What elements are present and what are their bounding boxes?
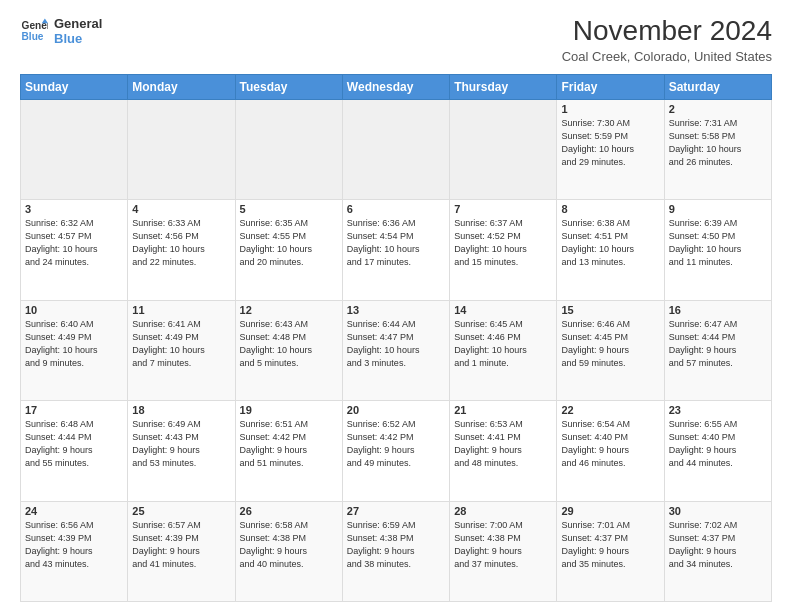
calendar-cell: 10Sunrise: 6:40 AM Sunset: 4:49 PM Dayli… (21, 300, 128, 400)
col-header-thursday: Thursday (450, 74, 557, 99)
day-number: 15 (561, 304, 659, 316)
day-info: Sunrise: 6:59 AM Sunset: 4:38 PM Dayligh… (347, 519, 445, 571)
day-number: 1 (561, 103, 659, 115)
day-number: 16 (669, 304, 767, 316)
col-header-monday: Monday (128, 74, 235, 99)
calendar-week-2: 3Sunrise: 6:32 AM Sunset: 4:57 PM Daylig… (21, 200, 772, 300)
day-info: Sunrise: 6:56 AM Sunset: 4:39 PM Dayligh… (25, 519, 123, 571)
day-info: Sunrise: 7:02 AM Sunset: 4:37 PM Dayligh… (669, 519, 767, 571)
day-number: 17 (25, 404, 123, 416)
day-number: 9 (669, 203, 767, 215)
col-header-sunday: Sunday (21, 74, 128, 99)
logo-line2: Blue (54, 31, 102, 46)
calendar-week-3: 10Sunrise: 6:40 AM Sunset: 4:49 PM Dayli… (21, 300, 772, 400)
day-info: Sunrise: 6:51 AM Sunset: 4:42 PM Dayligh… (240, 418, 338, 470)
day-info: Sunrise: 6:48 AM Sunset: 4:44 PM Dayligh… (25, 418, 123, 470)
svg-text:Blue: Blue (22, 31, 44, 42)
calendar-cell: 3Sunrise: 6:32 AM Sunset: 4:57 PM Daylig… (21, 200, 128, 300)
day-number: 2 (669, 103, 767, 115)
day-number: 22 (561, 404, 659, 416)
col-header-tuesday: Tuesday (235, 74, 342, 99)
calendar-cell: 12Sunrise: 6:43 AM Sunset: 4:48 PM Dayli… (235, 300, 342, 400)
day-number: 13 (347, 304, 445, 316)
calendar-cell: 29Sunrise: 7:01 AM Sunset: 4:37 PM Dayli… (557, 501, 664, 601)
calendar-week-4: 17Sunrise: 6:48 AM Sunset: 4:44 PM Dayli… (21, 401, 772, 501)
day-number: 12 (240, 304, 338, 316)
day-number: 28 (454, 505, 552, 517)
calendar-cell: 25Sunrise: 6:57 AM Sunset: 4:39 PM Dayli… (128, 501, 235, 601)
day-info: Sunrise: 6:33 AM Sunset: 4:56 PM Dayligh… (132, 217, 230, 269)
day-info: Sunrise: 6:54 AM Sunset: 4:40 PM Dayligh… (561, 418, 659, 470)
day-number: 29 (561, 505, 659, 517)
day-number: 4 (132, 203, 230, 215)
calendar-cell: 5Sunrise: 6:35 AM Sunset: 4:55 PM Daylig… (235, 200, 342, 300)
day-info: Sunrise: 6:32 AM Sunset: 4:57 PM Dayligh… (25, 217, 123, 269)
day-info: Sunrise: 7:30 AM Sunset: 5:59 PM Dayligh… (561, 117, 659, 169)
calendar-cell: 2Sunrise: 7:31 AM Sunset: 5:58 PM Daylig… (664, 99, 771, 199)
col-header-friday: Friday (557, 74, 664, 99)
calendar-cell: 7Sunrise: 6:37 AM Sunset: 4:52 PM Daylig… (450, 200, 557, 300)
logo-icon: General Blue (20, 17, 48, 45)
calendar-cell: 22Sunrise: 6:54 AM Sunset: 4:40 PM Dayli… (557, 401, 664, 501)
day-info: Sunrise: 6:46 AM Sunset: 4:45 PM Dayligh… (561, 318, 659, 370)
calendar-cell: 6Sunrise: 6:36 AM Sunset: 4:54 PM Daylig… (342, 200, 449, 300)
title-block: November 2024 Coal Creek, Colorado, Unit… (562, 16, 772, 64)
day-number: 18 (132, 404, 230, 416)
calendar-cell: 15Sunrise: 6:46 AM Sunset: 4:45 PM Dayli… (557, 300, 664, 400)
day-number: 21 (454, 404, 552, 416)
col-header-saturday: Saturday (664, 74, 771, 99)
calendar-cell (128, 99, 235, 199)
day-info: Sunrise: 6:57 AM Sunset: 4:39 PM Dayligh… (132, 519, 230, 571)
calendar-cell: 1Sunrise: 7:30 AM Sunset: 5:59 PM Daylig… (557, 99, 664, 199)
calendar-cell (342, 99, 449, 199)
calendar-cell: 19Sunrise: 6:51 AM Sunset: 4:42 PM Dayli… (235, 401, 342, 501)
day-info: Sunrise: 7:31 AM Sunset: 5:58 PM Dayligh… (669, 117, 767, 169)
day-number: 8 (561, 203, 659, 215)
day-number: 25 (132, 505, 230, 517)
main-title: November 2024 (562, 16, 772, 47)
day-info: Sunrise: 6:39 AM Sunset: 4:50 PM Dayligh… (669, 217, 767, 269)
day-info: Sunrise: 6:45 AM Sunset: 4:46 PM Dayligh… (454, 318, 552, 370)
calendar-cell: 23Sunrise: 6:55 AM Sunset: 4:40 PM Dayli… (664, 401, 771, 501)
calendar-cell: 17Sunrise: 6:48 AM Sunset: 4:44 PM Dayli… (21, 401, 128, 501)
header: General Blue General Blue November 2024 … (20, 16, 772, 64)
day-info: Sunrise: 6:47 AM Sunset: 4:44 PM Dayligh… (669, 318, 767, 370)
calendar-cell: 27Sunrise: 6:59 AM Sunset: 4:38 PM Dayli… (342, 501, 449, 601)
day-info: Sunrise: 6:58 AM Sunset: 4:38 PM Dayligh… (240, 519, 338, 571)
day-number: 5 (240, 203, 338, 215)
day-info: Sunrise: 6:44 AM Sunset: 4:47 PM Dayligh… (347, 318, 445, 370)
day-number: 24 (25, 505, 123, 517)
calendar-table: SundayMondayTuesdayWednesdayThursdayFrid… (20, 74, 772, 602)
day-info: Sunrise: 6:49 AM Sunset: 4:43 PM Dayligh… (132, 418, 230, 470)
calendar-cell (450, 99, 557, 199)
calendar-cell: 21Sunrise: 6:53 AM Sunset: 4:41 PM Dayli… (450, 401, 557, 501)
calendar-cell: 26Sunrise: 6:58 AM Sunset: 4:38 PM Dayli… (235, 501, 342, 601)
calendar-header-row: SundayMondayTuesdayWednesdayThursdayFrid… (21, 74, 772, 99)
calendar-cell: 8Sunrise: 6:38 AM Sunset: 4:51 PM Daylig… (557, 200, 664, 300)
day-number: 26 (240, 505, 338, 517)
calendar-cell: 28Sunrise: 7:00 AM Sunset: 4:38 PM Dayli… (450, 501, 557, 601)
calendar-week-5: 24Sunrise: 6:56 AM Sunset: 4:39 PM Dayli… (21, 501, 772, 601)
calendar-cell: 9Sunrise: 6:39 AM Sunset: 4:50 PM Daylig… (664, 200, 771, 300)
day-info: Sunrise: 7:01 AM Sunset: 4:37 PM Dayligh… (561, 519, 659, 571)
day-info: Sunrise: 6:38 AM Sunset: 4:51 PM Dayligh… (561, 217, 659, 269)
day-info: Sunrise: 6:40 AM Sunset: 4:49 PM Dayligh… (25, 318, 123, 370)
day-number: 23 (669, 404, 767, 416)
day-info: Sunrise: 7:00 AM Sunset: 4:38 PM Dayligh… (454, 519, 552, 571)
day-number: 27 (347, 505, 445, 517)
day-info: Sunrise: 6:53 AM Sunset: 4:41 PM Dayligh… (454, 418, 552, 470)
day-info: Sunrise: 6:36 AM Sunset: 4:54 PM Dayligh… (347, 217, 445, 269)
day-info: Sunrise: 6:55 AM Sunset: 4:40 PM Dayligh… (669, 418, 767, 470)
calendar-cell (235, 99, 342, 199)
calendar-cell: 13Sunrise: 6:44 AM Sunset: 4:47 PM Dayli… (342, 300, 449, 400)
day-number: 11 (132, 304, 230, 316)
day-info: Sunrise: 6:35 AM Sunset: 4:55 PM Dayligh… (240, 217, 338, 269)
calendar-cell: 16Sunrise: 6:47 AM Sunset: 4:44 PM Dayli… (664, 300, 771, 400)
calendar-cell: 11Sunrise: 6:41 AM Sunset: 4:49 PM Dayli… (128, 300, 235, 400)
page: General Blue General Blue November 2024 … (0, 0, 792, 612)
logo: General Blue General Blue (20, 16, 102, 46)
calendar-cell: 24Sunrise: 6:56 AM Sunset: 4:39 PM Dayli… (21, 501, 128, 601)
col-header-wednesday: Wednesday (342, 74, 449, 99)
day-number: 3 (25, 203, 123, 215)
calendar-cell: 20Sunrise: 6:52 AM Sunset: 4:42 PM Dayli… (342, 401, 449, 501)
